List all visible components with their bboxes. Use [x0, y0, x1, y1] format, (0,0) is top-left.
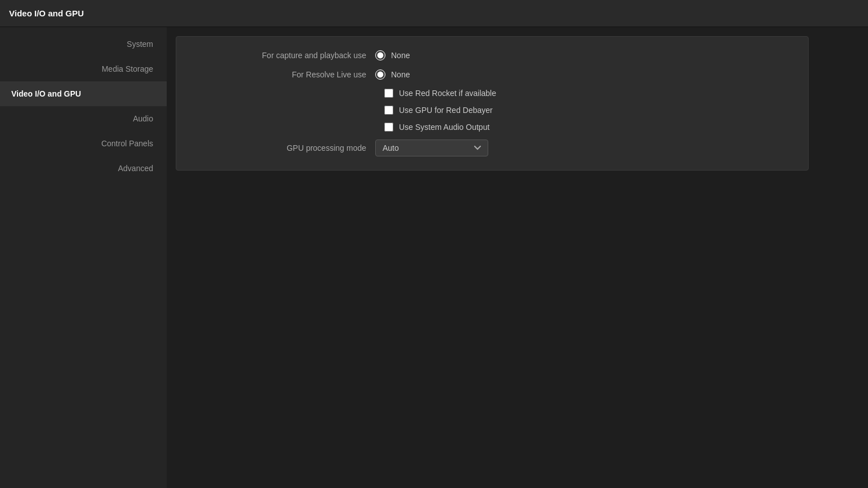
- sidebar-item-advanced[interactable]: Advanced: [0, 156, 167, 181]
- settings-panel: For capture and playback use None For Re…: [176, 36, 809, 171]
- capture-playback-value: None: [391, 51, 410, 60]
- sidebar-item-audio[interactable]: Audio: [0, 106, 167, 131]
- main-layout: SystemMedia StorageVideo I/O and GPUAudi…: [0, 27, 868, 488]
- capture-playback-radio[interactable]: [375, 50, 385, 60]
- resolve-live-label: For Resolve Live use: [194, 70, 375, 79]
- sidebar: SystemMedia StorageVideo I/O and GPUAudi…: [0, 27, 167, 488]
- gpu-processing-label: GPU processing mode: [194, 143, 375, 152]
- capture-playback-label: For capture and playback use: [194, 51, 375, 60]
- checkbox-system-audio[interactable]: [384, 123, 393, 132]
- sidebar-item-system[interactable]: System: [0, 32, 167, 56]
- sidebar-item-video-io-gpu[interactable]: Video I/O and GPU: [0, 81, 167, 106]
- checkbox-gpu-debayer[interactable]: [384, 106, 393, 115]
- sidebar-item-control-panels[interactable]: Control Panels: [0, 131, 167, 156]
- checkbox-row-gpu-debayer: Use GPU for Red Debayer: [384, 106, 790, 115]
- checkbox-label-red-rocket: Use Red Rocket if available: [399, 89, 496, 98]
- resolve-live-radio-group: None: [375, 69, 410, 80]
- resolve-live-value: None: [391, 70, 410, 79]
- checkbox-red-rocket[interactable]: [384, 89, 393, 98]
- checkboxes-section: Use Red Rocket if availableUse GPU for R…: [194, 89, 790, 132]
- capture-playback-row: For capture and playback use None: [194, 50, 790, 60]
- checkbox-row-red-rocket: Use Red Rocket if available: [384, 89, 790, 98]
- window-title: Video I/O and GPU: [9, 8, 84, 18]
- capture-playback-radio-group: None: [375, 50, 410, 60]
- gpu-processing-select[interactable]: AutoCUDAOpenCLMetal: [375, 140, 488, 156]
- checkbox-row-system-audio: Use System Audio Output: [384, 123, 790, 132]
- resolve-live-row: For Resolve Live use None: [194, 69, 790, 80]
- title-bar: Video I/O and GPU: [0, 0, 868, 27]
- content-area: For capture and playback use None For Re…: [167, 27, 868, 488]
- checkbox-label-system-audio: Use System Audio Output: [399, 123, 489, 132]
- sidebar-item-media-storage[interactable]: Media Storage: [0, 56, 167, 81]
- checkbox-label-gpu-debayer: Use GPU for Red Debayer: [399, 106, 493, 115]
- resolve-live-radio[interactable]: [375, 69, 385, 80]
- gpu-processing-row: GPU processing mode AutoCUDAOpenCLMetal: [194, 140, 790, 156]
